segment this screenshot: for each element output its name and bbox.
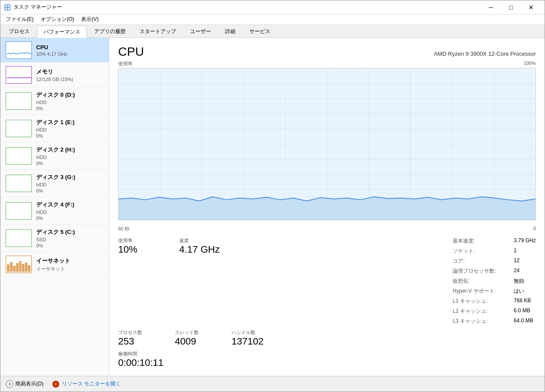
eth-sidebar-sub: イーサネット [36, 266, 104, 272]
title-bar: タスク マネージャー ─ □ ✕ [0, 0, 545, 14]
sidebar-item-disk5[interactable]: ディスク 5 (C:) SSD 0% [0, 225, 109, 252]
usage-label: 使用率 [118, 237, 162, 244]
resource-monitor-button[interactable]: ● リソース モニターを開く [52, 380, 121, 388]
disk2-thumbnail [6, 147, 32, 165]
speed-label: 速度 [179, 237, 223, 244]
cpu-sidebar-info: CPU 10% 4.17 GHz [36, 44, 104, 57]
resource-monitor-icon: ● [52, 381, 59, 388]
graph-y-max: 100% [524, 61, 536, 67]
eth-sidebar-info: イーサネット イーサネット [36, 257, 104, 272]
stat-usage: 使用率 10% [118, 237, 162, 325]
sidebar-item-disk0[interactable]: ディスク 0 (D:) HDD 0% [0, 88, 109, 115]
tab-process[interactable]: プロセス [2, 25, 36, 37]
base-speed-label: 基本速度: [453, 237, 514, 245]
minimize-button[interactable]: ─ [481, 0, 501, 14]
disk3-sidebar-info: ディスク 3 (G:) HDD 0% [36, 173, 104, 193]
chevron-up-icon: ∧ [6, 380, 14, 388]
mem-sidebar-name: メモリ [36, 68, 104, 76]
disk1-thumbnail [6, 120, 32, 137]
cpu-sidebar-name: CPU [36, 44, 104, 51]
page-title: CPU [118, 45, 144, 59]
handles-label: ハンドル数 [232, 329, 275, 336]
simple-view-button[interactable]: ∧ 簡易表示(D) [6, 380, 44, 388]
detail-socket: ソケット: 1 [453, 247, 536, 255]
sidebar-item-disk2[interactable]: ディスク 2 (H:) HDD 0% [0, 142, 109, 170]
sidebar-item-disk1[interactable]: ディスク 1 (E:) HDD 0% [0, 115, 109, 142]
detail-virt: 仮想化: 無効 [453, 277, 536, 285]
graph-x-right: 0 [533, 226, 536, 232]
detail-l3: L3 キャッシュ: 64.0 MB [453, 318, 536, 325]
logical-label: 論理プロセッサ数: [453, 267, 514, 275]
disk4-sidebar-name: ディスク 4 (F:) [36, 201, 104, 209]
disk4-sidebar-info: ディスク 4 (F:) HDD 0% [36, 201, 104, 221]
tab-app-history[interactable]: アプリの履歴 [88, 25, 132, 37]
simple-view-label: 簡易表示(D) [15, 380, 44, 388]
eth-thumbnail [6, 256, 32, 273]
sidebar-item-cpu[interactable]: CPU 10% 4.17 GHz [0, 38, 109, 63]
disk0-sidebar-sub1: HDD [36, 100, 104, 105]
disk5-sidebar-info: ディスク 5 (C:) SSD 0% [36, 228, 104, 248]
maximize-button[interactable]: □ [501, 0, 521, 14]
sidebar-item-disk4[interactable]: ディスク 4 (F:) HDD 0% [0, 197, 109, 225]
detail-col-left: 基本速度: 3.79 GHz ソケット: 1 コア: 12 論理プロセッサ数 [453, 237, 536, 325]
disk2-sidebar-sub2: 0% [36, 161, 104, 166]
menu-file[interactable]: ファイル(E) [2, 15, 37, 24]
tab-details[interactable]: 詳細 [218, 25, 242, 37]
disk2-sidebar-info: ディスク 2 (H:) HDD 0% [36, 146, 104, 166]
cpu-thumbnail [6, 41, 32, 59]
disk0-sidebar-name: ディスク 0 (D:) [36, 91, 104, 99]
sidebar-item-ethernet[interactable]: イーサネット イーサネット [0, 252, 109, 277]
resource-monitor-label: リソース モニターを開く [62, 380, 121, 388]
graph-x-left: 60 秒 [118, 226, 129, 232]
sidebar-item-disk3[interactable]: ディスク 3 (G:) HDD 0% [0, 170, 109, 197]
hyperv-value: はい [514, 287, 524, 295]
speed-value: 4.17 GHz [179, 244, 223, 255]
menu-options[interactable]: オプション(O) [37, 15, 78, 24]
svg-rect-4 [8, 8, 10, 10]
logical-value: 24 [514, 267, 519, 275]
main-window: タスク マネージャー ─ □ ✕ ファイル(E) オプション(O) 表示(V) … [0, 0, 545, 392]
threads-value: 4009 [175, 336, 218, 347]
l2-value: 6.0 MB [514, 308, 530, 315]
svg-marker-23 [119, 197, 535, 220]
disk3-thumbnail [6, 175, 32, 192]
mem-thumbnail [6, 66, 32, 84]
tab-users[interactable]: ユーザー [184, 25, 218, 37]
stat-handles: ハンドル数 137102 [232, 329, 275, 347]
socket-label: ソケット: [453, 247, 514, 255]
svg-rect-3 [5, 8, 7, 10]
base-speed-value: 3.79 GHz [514, 237, 536, 245]
l3-value: 64.0 MB [514, 318, 533, 325]
main-panel: CPU AMD Ryzen 9 3900X 12-Core Processor … [109, 38, 545, 376]
tab-services[interactable]: サービス [243, 25, 277, 37]
menu-bar: ファイル(E) オプション(O) 表示(V) [0, 14, 545, 25]
cpu-sidebar-sub: 10% 4.17 GHz [36, 51, 104, 57]
main-header: CPU AMD Ryzen 9 3900X 12-Core Processor [118, 45, 536, 59]
cpu-graph [118, 68, 536, 220]
virt-label: 仮想化: [453, 277, 514, 285]
graph-y-label: 使用率 [118, 61, 133, 67]
detail-cores: コア: 12 [453, 257, 536, 265]
detail-base-speed: 基本速度: 3.79 GHz [453, 237, 536, 245]
tab-startup[interactable]: スタートアップ [133, 25, 183, 37]
stat-threads: スレッド数 4009 [175, 329, 218, 347]
disk4-thumbnail [6, 202, 32, 220]
uptime-label: 稼働時間 [118, 351, 536, 357]
disk1-sidebar-name: ディスク 1 (E:) [36, 118, 104, 126]
disk1-sidebar-sub2: 0% [36, 133, 104, 139]
mem-sidebar-sub: 12/128 GB (10%) [36, 77, 104, 82]
close-button[interactable]: ✕ [521, 0, 541, 14]
disk4-sidebar-sub2: 0% [36, 216, 104, 221]
menu-view[interactable]: 表示(V) [78, 15, 102, 24]
detail-hyperv: Hyper-V サポート: はい [453, 287, 536, 295]
stat-speed: 速度 4.17 GHz [179, 237, 223, 325]
window-title: タスク マネージャー [14, 3, 481, 11]
uptime-value: 0:00:10:11 [118, 357, 536, 368]
stat-processes: プロセス数 253 [118, 329, 162, 347]
tab-performance[interactable]: パフォーマンス [37, 26, 87, 38]
disk3-sidebar-name: ディスク 3 (G:) [36, 173, 104, 181]
sidebar-item-memory[interactable]: メモリ 12/128 GB (10%) [0, 63, 109, 88]
disk5-thumbnail [6, 230, 32, 247]
detail-logical: 論理プロセッサ数: 24 [453, 267, 536, 275]
l2-label: L2 キャッシュ: [453, 308, 514, 315]
